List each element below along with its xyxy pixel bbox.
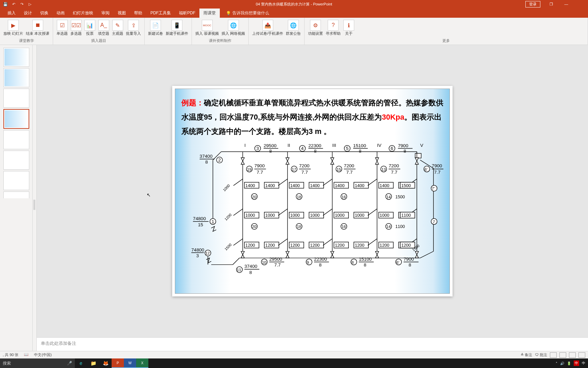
lang-icon[interactable]: 📖 xyxy=(24,352,29,357)
svg-text:15: 15 xyxy=(198,222,203,227)
broadcast-button[interactable]: 🌐群发公告 xyxy=(285,19,301,36)
insert-mooc-button[interactable]: MOOC插入 慕课视频 xyxy=(195,19,219,36)
ribbon-group-upload: 📤上传试卷/手机课件 🌐群发公告 xyxy=(249,18,305,45)
group-label: 更多 xyxy=(307,38,585,43)
tab-insert[interactable]: 插入 xyxy=(3,9,20,18)
svg-text:2: 2 xyxy=(218,158,221,163)
subjective-button[interactable]: ✎主观题 xyxy=(111,19,124,36)
comments-toggle[interactable]: 🗨 批注 xyxy=(535,352,547,357)
tab-design[interactable]: 设计 xyxy=(20,9,36,18)
insert-webvideo-button[interactable]: 🌐插入 网络视频 xyxy=(221,19,246,36)
ribbon-group-more: ⚙功能设置 ?寻求帮助 ℹ关于 更多 xyxy=(305,18,588,45)
svg-text:8: 8 xyxy=(249,270,252,275)
doc-icon: 📄 xyxy=(150,20,161,31)
new-exam-button[interactable]: 📄新建试卷 xyxy=(147,19,164,36)
system-tray[interactable]: ˄ 🔊 🔋 中 中 xyxy=(556,361,588,366)
slideshow-view-icon[interactable] xyxy=(578,352,585,358)
end-class-button[interactable]: ⏹结束 本次授课 xyxy=(25,19,50,36)
slide-thumb[interactable] xyxy=(3,89,29,108)
svg-text:7200: 7200 xyxy=(299,163,310,168)
new-mobile-button[interactable]: 📱新建手机课件 xyxy=(165,19,189,36)
fill-blank-button[interactable]: A_填空题 xyxy=(97,19,110,36)
svg-text:8: 8 xyxy=(319,263,322,268)
slide-thumb[interactable] xyxy=(3,171,29,190)
svg-line-137 xyxy=(323,209,332,215)
tray-chevron-icon[interactable]: ˄ xyxy=(556,362,557,365)
language-status[interactable]: 中文(中国) xyxy=(34,352,51,357)
svg-text:1100: 1100 xyxy=(395,225,405,229)
slide-panel[interactable] xyxy=(0,45,33,354)
svg-text:16: 16 xyxy=(342,195,346,199)
tab-animation[interactable]: 动画 xyxy=(52,9,69,18)
sorter-view-icon[interactable] xyxy=(559,352,566,358)
tell-me-search[interactable]: 💡 告诉我你想要做什么 xyxy=(223,9,272,18)
tab-help[interactable]: 帮助 xyxy=(130,9,146,18)
svg-text:7.7: 7.7 xyxy=(274,263,281,268)
slide-thumb-active[interactable] xyxy=(3,109,29,129)
slide-thumb[interactable] xyxy=(3,151,29,170)
notes-toggle[interactable]: ≙ 备注 xyxy=(521,352,532,357)
svg-text:III: III xyxy=(332,143,336,148)
close-icon[interactable] xyxy=(574,0,588,8)
batch-import-button[interactable]: ⇪批量导入 xyxy=(125,19,142,36)
tab-yuketang[interactable]: 雨课堂 xyxy=(199,9,220,18)
explorer-icon[interactable]: 📁 xyxy=(87,358,99,368)
vote-button[interactable]: 📊投票 xyxy=(84,19,96,36)
ime2-icon[interactable]: 中 xyxy=(582,361,585,366)
panel-splitter[interactable] xyxy=(33,45,37,354)
start-icon[interactable]: ▷ xyxy=(27,1,33,7)
volume-icon[interactable]: 🔊 xyxy=(560,362,564,365)
undo-icon[interactable]: ↶ xyxy=(11,1,16,7)
slide[interactable]: 例题：确定机械循环垂直单管顺流异程式热水供暖系统管路的管径。热媒参数供水温度95… xyxy=(172,86,453,296)
lightbulb-icon: 💡 xyxy=(226,11,231,16)
slide-thumb[interactable] xyxy=(3,48,29,67)
battery-icon[interactable]: 🔋 xyxy=(567,362,571,365)
mic-icon[interactable]: 🎤 xyxy=(67,361,72,366)
group-label: 课堂教学 xyxy=(3,38,50,43)
svg-text:1200: 1200 xyxy=(245,243,255,248)
svg-text:29500: 29500 xyxy=(264,143,277,148)
svg-text:19: 19 xyxy=(247,167,251,171)
save-icon[interactable]: 💾 xyxy=(3,1,8,7)
normal-view-icon[interactable] xyxy=(550,352,557,358)
reading-view-icon[interactable] xyxy=(569,352,576,358)
upload-exam-button[interactable]: 📤上传试卷/手机课件 xyxy=(251,19,284,36)
svg-text:1200: 1200 xyxy=(290,243,300,248)
svg-text:1500: 1500 xyxy=(395,195,405,199)
login-button[interactable]: 登录 xyxy=(525,1,540,7)
tab-review[interactable]: 审阅 xyxy=(97,9,114,18)
slide-count: , 共 90 张 xyxy=(3,352,18,357)
multi-choice-button[interactable]: ☑☑多选题 xyxy=(70,19,82,36)
firefox-icon[interactable]: 🦊 xyxy=(99,358,112,368)
minimize-icon[interactable]: — xyxy=(559,0,573,8)
ime-icon[interactable]: 中 xyxy=(574,361,579,366)
svg-text:4: 4 xyxy=(301,146,304,151)
slide-thumb[interactable] xyxy=(3,130,29,149)
edge-icon[interactable]: e xyxy=(75,358,87,368)
svg-line-150 xyxy=(233,239,243,245)
word-icon[interactable]: W xyxy=(124,358,136,368)
settings-button[interactable]: ⚙功能设置 xyxy=(307,19,324,36)
tab-transition[interactable]: 切换 xyxy=(36,9,52,18)
tab-foxit[interactable]: 福昕PDF xyxy=(175,9,199,18)
ribbon-options-icon[interactable]: ❐ xyxy=(544,0,558,8)
powerpoint-icon[interactable]: P xyxy=(112,358,124,368)
slide-area[interactable]: 例题：确定机械循环垂直单管顺流异程式热水供暖系统管路的管径。热媒参数供水温度95… xyxy=(37,45,588,337)
redo-icon[interactable]: ↷ xyxy=(19,1,24,7)
svg-text:1: 1 xyxy=(212,219,214,224)
play-slides-button[interactable]: ▶放映 幻灯片 xyxy=(3,19,24,36)
excel-icon[interactable]: X xyxy=(136,358,148,368)
ribbon: ▶放映 幻灯片 ⏹结束 本次授课 课堂教学 ☑单选题 ☑☑多选题 📊投票 A_填… xyxy=(0,18,588,45)
svg-text:8: 8 xyxy=(409,263,411,268)
single-choice-button[interactable]: ☑单选题 xyxy=(56,19,68,36)
group-label: 课外资料制作 xyxy=(195,38,246,43)
help-button[interactable]: ?寻求帮助 xyxy=(325,19,341,36)
tab-view[interactable]: 视图 xyxy=(114,9,130,18)
about-button[interactable]: ℹ关于 xyxy=(343,19,355,36)
slide-thumb[interactable] xyxy=(3,68,29,87)
tab-slideshow[interactable]: 幻灯片放映 xyxy=(69,9,97,18)
svg-text:1000: 1000 xyxy=(310,213,320,218)
taskbar-search[interactable]: 搜索 🎤 xyxy=(0,358,75,368)
tab-pdftools[interactable]: PDF工具集 xyxy=(146,9,175,18)
slide-thumb[interactable] xyxy=(3,191,29,198)
